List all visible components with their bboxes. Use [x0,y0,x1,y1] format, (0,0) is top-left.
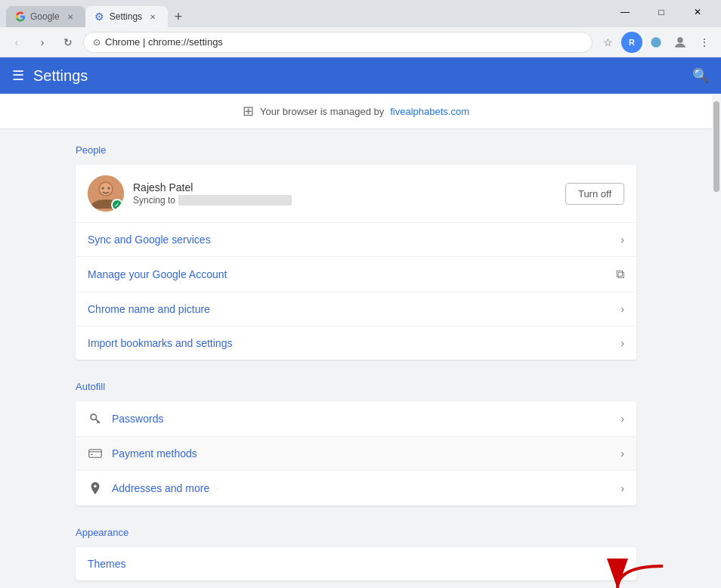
menu-button[interactable]: ⋮ [694,32,715,53]
managed-link[interactable]: fivealphabets.com [390,106,469,117]
payment-methods-label: Payment methods [112,447,611,460]
maximize-button[interactable]: □ [644,0,679,24]
close-button[interactable]: ✕ [680,0,715,24]
settings-search-icon[interactable]: 🔍 [692,67,709,84]
tab-settings-close[interactable]: ✕ [147,11,159,23]
tab-settings[interactable]: ⚙ Settings ✕ [85,6,168,27]
payment-methods-item[interactable]: Payment methods › [76,437,636,471]
separator: | [143,36,148,48]
appearance-section: Appearance Themes › [0,512,712,586]
settings-title: Settings [33,67,683,85]
title-bar: Google ✕ ⚙ Settings ✕ + — □ ✕ [0,0,721,27]
sync-label: Syncing to [133,195,175,206]
import-bookmarks-item[interactable]: Import bookmarks and settings › [76,326,636,360]
passwords-chevron-icon: › [620,413,624,425]
addresses-icon [88,481,103,495]
passwords-item[interactable]: Passwords › [76,401,636,437]
themes-chevron-icon: › [620,558,624,570]
window-controls: — □ ✕ [608,0,715,27]
passwords-icon [88,412,103,426]
settings-favicon: ⚙ [94,11,105,22]
settings-header: ☰ Settings 🔍 [0,57,721,94]
payment-icon [88,449,103,458]
sync-email [178,195,292,206]
tab-google-close[interactable]: ✕ [64,11,76,23]
sync-chevron-icon: › [620,234,624,246]
svg-point-11 [94,485,97,488]
chrome-name-chevron-icon: › [620,303,624,315]
content-wrapper: ⊞ Your browser is managed by fivealphabe… [0,94,712,586]
profile-name: Rajesh Patel [133,181,556,193]
minimize-button[interactable]: — [608,0,642,24]
extensions-button[interactable] [645,32,667,53]
forward-button[interactable]: › [32,32,53,53]
autofill-card: Passwords › [76,401,636,506]
people-section-title: People [76,144,636,156]
profile-info: Rajesh Patel Syncing to [133,181,556,206]
address-bar[interactable]: ⊙ Chrome | chrome://settings [83,32,593,53]
payment-chevron-icon: › [620,447,624,460]
url-text: chrome://settings [148,36,223,48]
import-chevron-icon: › [620,337,624,349]
people-section: People [0,129,712,366]
managed-banner: ⊞ Your browser is managed by fivealphabe… [0,94,712,129]
svg-point-1 [677,37,683,43]
managed-icon: ⊞ [243,103,254,119]
tab-google-label: Google [30,11,60,22]
turn-off-button[interactable]: Turn off [565,183,624,205]
managed-text-before: Your browser is managed by [260,106,384,117]
toolbar: ‹ › ↻ ⊙ Chrome | chrome://settings ☆ R ⋮ [0,27,721,57]
scrollbar-track[interactable] [712,94,721,588]
sync-badge: ✓ [111,199,123,211]
manage-account-item[interactable]: Manage your Google Account ⧉ [76,257,636,292]
svg-point-5 [102,187,104,190]
appearance-card: Themes › [76,547,636,580]
google-favicon [15,11,26,22]
autofill-section-title: Autofill [76,381,636,392]
tab-google[interactable]: Google ✕ [6,6,85,27]
chrome-name-label: Chrome name and picture [88,303,611,315]
addresses-label: Addresses and more [112,482,611,494]
profile-sync-text: Syncing to [133,195,556,206]
autofill-section: Autofill Passwords › [0,366,712,512]
themes-item[interactable]: Themes › [76,547,636,580]
sync-google-services-item[interactable]: Sync and Google services › [76,223,636,257]
site-name: Chrome [105,36,140,48]
svg-rect-8 [89,450,102,458]
site-security-icon: ⊙ [93,37,101,48]
content-area: ⊞ Your browser is managed by fivealphabe… [0,94,721,588]
toolbar-right: ☆ R ⋮ [597,32,715,53]
import-bookmarks-label: Import bookmarks and settings [88,337,611,349]
bookmark-button[interactable]: ☆ [597,32,618,53]
themes-label: Themes [88,558,611,570]
profile-row: ✓ Rajesh Patel Syncing to Turn off [76,165,636,223]
tab-settings-label: Settings [110,11,142,22]
passwords-label: Passwords [112,413,611,425]
refresh-button[interactable]: ↻ [57,32,79,53]
address-text: Chrome | chrome://settings [105,36,583,48]
hamburger-icon[interactable]: ☰ [12,67,24,84]
avatar-button[interactable] [670,32,691,53]
external-link-icon: ⧉ [616,268,624,281]
scrollbar-thumb[interactable] [713,101,719,192]
appearance-section-title: Appearance [76,527,636,538]
main-content: ⊞ Your browser is managed by fivealphabe… [0,94,712,588]
browser-frame: Google ✕ ⚙ Settings ✕ + — □ ✕ ‹ › ↻ ⊙ Ch… [0,0,721,588]
chrome-name-picture-item[interactable]: Chrome name and picture › [76,292,636,326]
people-card: ✓ Rajesh Patel Syncing to Turn off [76,165,636,360]
manage-account-label: Manage your Google Account [88,268,607,280]
profile-avatar: ✓ [88,175,124,212]
profile-avatar-button[interactable]: R [621,32,642,53]
new-tab-button[interactable]: + [168,6,189,27]
sync-label-text: Sync and Google services [88,234,611,246]
back-button[interactable]: ‹ [6,32,27,53]
addresses-item[interactable]: Addresses and more › [76,471,636,506]
svg-point-6 [108,187,110,190]
addresses-chevron-icon: › [620,482,624,494]
svg-point-0 [651,37,661,47]
